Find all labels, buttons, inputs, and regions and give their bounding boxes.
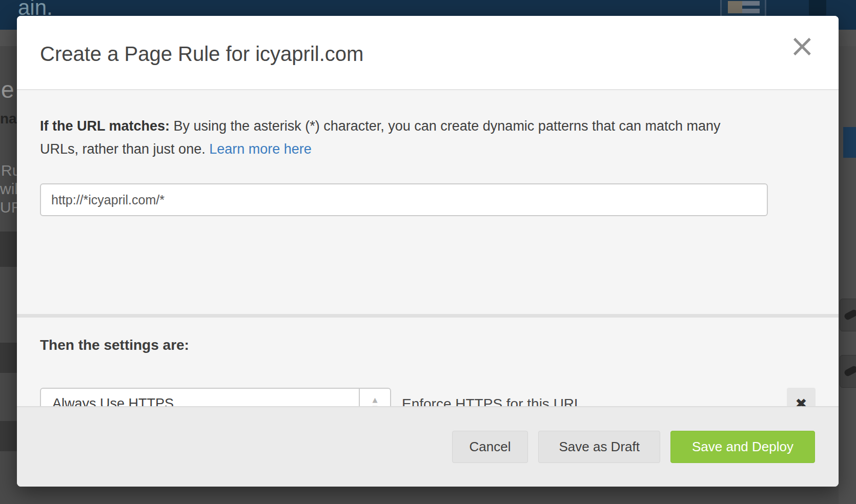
save-and-deploy-button[interactable]: Save and Deploy	[670, 431, 815, 463]
background-right-fragment	[839, 46, 856, 504]
background-table-band	[0, 232, 17, 267]
modal-body: If the URL matches: By using the asteris…	[17, 90, 839, 406]
page-title: Create a Page Rule for icyapril.com	[40, 43, 363, 66]
background-left-fragment: e nav Ru will UR	[0, 46, 17, 504]
wrench-icon	[843, 365, 856, 377]
background-edit-button-fragment	[840, 299, 856, 331]
modal-footer: Cancel Save as Draft Save and Deploy	[17, 406, 839, 487]
url-pattern-input[interactable]	[40, 183, 768, 216]
url-match-label: If the URL matches:	[40, 118, 170, 134]
section-divider	[17, 314, 839, 318]
background-profile-icon	[809, 0, 826, 15]
learn-more-link[interactable]: Learn more here	[209, 141, 312, 157]
url-match-description: If the URL matches: By using the asteris…	[40, 115, 742, 161]
close-icon[interactable]: ×	[789, 30, 815, 61]
save-as-draft-button[interactable]: Save as Draft	[538, 431, 660, 463]
cancel-button[interactable]: Cancel	[452, 431, 528, 463]
background-text-fragment: e	[1, 76, 14, 103]
background-edit-button-fragment	[840, 355, 856, 388]
background-blue-button-fragment	[843, 127, 856, 158]
background-apps-icon	[720, 0, 766, 17]
background-table-band	[0, 343, 17, 373]
background-table-band	[0, 421, 17, 451]
chevron-up-icon: ▲	[373, 396, 378, 403]
create-page-rule-modal: Create a Page Rule for icyapril.com × If…	[17, 16, 839, 487]
modal-header: Create a Page Rule for icyapril.com ×	[17, 16, 839, 90]
wrench-icon	[843, 309, 856, 321]
settings-heading: Then the settings are:	[40, 337, 189, 353]
